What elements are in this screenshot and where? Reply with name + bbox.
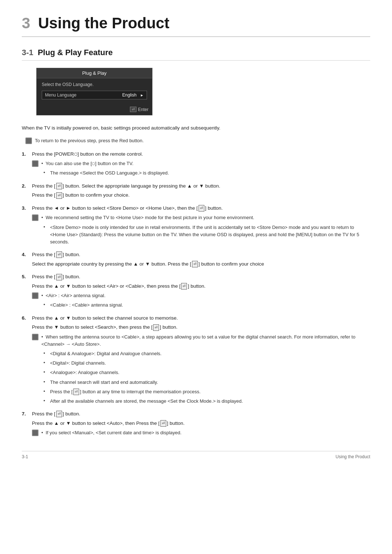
step-4-num: 4. <box>22 251 29 259</box>
step-6: 6. Press the ▲ or ▼ button to select the… <box>22 314 370 405</box>
note-icon <box>32 214 38 221</box>
osd-row-label: Menu Language <box>45 93 122 98</box>
step-5: 5. Press the [⏎] button. Press the ▲ or … <box>22 273 370 309</box>
footer-label: Using the Product <box>336 454 370 459</box>
step-5-body: Press the ▲ or ▼ button to select <Air> … <box>32 282 370 290</box>
osd-label: Select the OSD Language. <box>42 82 147 87</box>
osd-menu-row: Menu Language English ► <box>42 91 147 99</box>
osd-dialog: Plug & Play Select the OSD Language. Men… <box>36 68 152 115</box>
step-5-sub-note-1: • <Air> : <Air> antenna signal. <box>32 292 370 299</box>
step-6-sub-note-5: • The channel search will start and end … <box>41 379 370 386</box>
step-6-sub-note-3: • <Digital>: Digital channels. <box>41 360 370 367</box>
step-6-num: 6. <box>22 314 29 322</box>
step-4-body: Select the appropriate country by pressi… <box>32 260 370 268</box>
footer-bar: 3-1 Using the Product <box>22 451 370 459</box>
chapter-number: 3 <box>22 15 30 32</box>
osd-arrow-icon: ► <box>140 93 144 97</box>
section-title-text: Plug & Play Feature <box>38 48 113 57</box>
step-5-num: 5. <box>22 273 29 281</box>
step-5-sub-note-2: • <Cable> : <Cable> antenna signal. <box>41 301 370 309</box>
section-number: 3-1 <box>22 48 33 57</box>
step-6-sub-note-4: • <Analogue>: Analogue channels. <box>41 369 370 376</box>
step-4-text: Press the [⏎] button. <box>32 251 80 259</box>
step-2-num: 2. <box>22 182 29 190</box>
note-icon <box>32 430 38 436</box>
step-4: 4. Press the [⏎] button. Select the appr… <box>22 251 370 268</box>
section-title: 3-1 Plug & Play Feature <box>22 48 370 61</box>
step-6-body: Press the ▼ button to select <Search>, t… <box>32 323 370 331</box>
step-1: 1. Press the [POWER⎔] button on the remo… <box>22 150 370 177</box>
enter-icon: ⏎ <box>130 107 136 112</box>
step-3-sub-note-2: • <Store Demo> mode is only intended for… <box>41 224 370 246</box>
enter-label: Enter <box>138 107 148 112</box>
step-3-text: Press the ◄ or ► button to select <Store… <box>32 204 223 212</box>
step-5-text: Press the [⏎] button. <box>32 273 80 281</box>
step-7-body: Press the ▲ or ▼ button to select <Auto>… <box>32 419 370 427</box>
pre-step-note: To return to the previous step, press th… <box>25 137 370 144</box>
chapter-title-text: Using the Product <box>38 15 170 32</box>
osd-title-bar: Plug & Play <box>37 68 152 78</box>
step-6-sub-note-1: • When setting the antenna source to <Ca… <box>32 333 370 348</box>
step-1-num: 1. <box>22 150 29 158</box>
pre-step-note-text: To return to the previous step, press th… <box>35 137 144 144</box>
step-6-sub-note-6: • Press the [⏎] button at any time to in… <box>41 388 370 395</box>
step-7-sub-note-1: • If you select <Manual>, <Set current d… <box>32 429 370 436</box>
footer-page: 3-1 <box>22 454 28 459</box>
note-icon <box>25 138 32 144</box>
step-2: 2. Press the [⏎] button. Select the appr… <box>22 182 370 199</box>
osd-enter-button: ⏎ Enter <box>130 107 148 112</box>
step-2-body: Press the [⏎] button to confirm your cho… <box>32 191 370 199</box>
step-1-text: Press the [POWER⎔] button on the remote … <box>32 150 143 158</box>
step-7: 7. Press the [⏎] button. Press the ▲ or … <box>22 410 370 436</box>
step-7-num: 7. <box>22 410 29 418</box>
step-1-sub-note-1: • You can also use the [⎔] button on the… <box>32 160 370 167</box>
osd-row-value: English <box>122 93 136 98</box>
note-icon <box>32 292 38 299</box>
note-icon <box>32 334 38 340</box>
step-3: 3. Press the ◄ or ► button to select <St… <box>22 204 370 246</box>
step-2-text: Press the [⏎] button. Select the appropr… <box>32 182 220 190</box>
intro-text: When the TV is initially powered on, bas… <box>22 124 370 132</box>
step-1-sub-note-2: • The message <Select the OSD Language.>… <box>41 169 370 177</box>
step-6-text: Press the ▲ or ▼ button to select the ch… <box>32 314 178 322</box>
step-3-sub-note-1: • We recommend setting the TV to <Home U… <box>32 214 370 221</box>
chapter-title: 3 Using the Product <box>22 15 370 37</box>
step-6-sub-note-7: • After all the available channels are s… <box>41 398 370 405</box>
step-7-text: Press the [⏎] button. <box>32 410 80 418</box>
step-6-sub-note-2: • <Digital & Analogue>: Digital and Anal… <box>41 350 370 357</box>
note-icon <box>32 160 38 167</box>
step-3-num: 3. <box>22 204 29 212</box>
